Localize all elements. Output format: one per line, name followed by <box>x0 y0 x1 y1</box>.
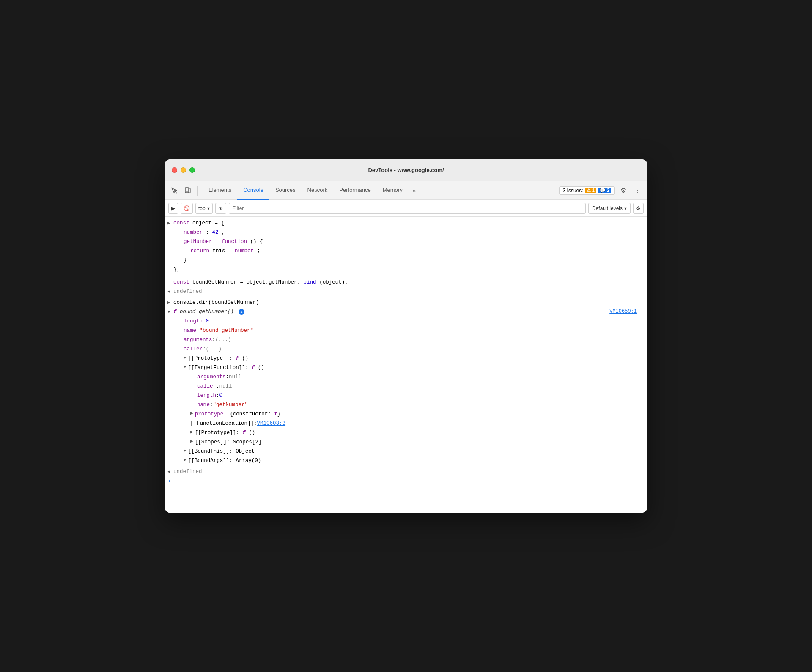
more-tabs-button[interactable]: » <box>409 185 420 197</box>
clear-icon: 🚫 <box>184 205 190 211</box>
expand-arrow[interactable]: ▶ <box>167 220 170 227</box>
toolbar-right: 3 Issues: ⚠ 1 💬 2 ⚙ ⋮ <box>559 185 644 197</box>
tab-memory[interactable]: Memory <box>377 181 409 200</box>
vm-link[interactable]: VM10659:1 <box>609 308 644 316</box>
eye-button[interactable]: 👁 <box>215 203 226 214</box>
console-line: ▶ const object = { <box>165 219 647 228</box>
expand-inner-proto-arrow[interactable]: ▶ <box>190 429 193 436</box>
console-result: ◀ undefined <box>165 287 647 296</box>
console-result-2: ◀ undefined <box>165 467 647 476</box>
result-arrow: ◀ <box>167 288 170 296</box>
obj-header: ▼ f bound getNumber() i VM10659:1 <box>165 307 647 317</box>
console-subtoolbar: ▶ 🚫 top ▾ 👁 Default levels ▾ ⚙ <box>165 200 647 217</box>
main-toolbar: Elements Console Sources Network Perform… <box>165 181 647 200</box>
nav-tabs: Elements Console Sources Network Perform… <box>203 181 420 199</box>
gear-icon: ⚙ <box>620 186 626 194</box>
spacer <box>165 274 647 278</box>
expand-arrow[interactable]: ▶ <box>167 299 170 307</box>
svg-line-0 <box>174 191 177 193</box>
collapse-target-arrow[interactable]: ▼ <box>184 363 187 371</box>
result-arrow-2: ◀ <box>167 468 170 476</box>
log-levels-label: Default levels <box>592 205 623 211</box>
log-levels-arrow: ▾ <box>624 205 627 211</box>
toolbar-divider <box>197 186 198 196</box>
prompt-arrow: › <box>167 478 171 484</box>
prototype-row: ▶ [[Prototype]]: f () <box>165 354 647 363</box>
expand-boundargs-arrow[interactable]: ▶ <box>184 456 187 464</box>
bound-this: ▶ [[BoundThis]]: Object <box>165 447 647 456</box>
console-line: getNumber : function () { <box>165 237 647 246</box>
console-line: const boundGetNunmer = object.getNumber.… <box>165 278 647 287</box>
issues-badge[interactable]: 3 Issues: ⚠ 1 💬 2 <box>559 186 615 195</box>
console-prompt[interactable]: › <box>165 476 647 486</box>
context-label: top <box>198 205 206 211</box>
tab-sources[interactable]: Sources <box>269 181 302 200</box>
log-levels-button[interactable]: Default levels ▾ <box>588 203 631 214</box>
traffic-lights <box>172 167 195 173</box>
bound-args: ▶ [[BoundArgs]]: Array(0) <box>165 456 647 465</box>
eye-icon: 👁 <box>218 205 223 211</box>
more-icon: ⋮ <box>634 186 641 194</box>
console-line: number : 42 , <box>165 228 647 237</box>
prop-caller: caller : (...) <box>165 344 647 354</box>
settings-button[interactable]: ⚙ <box>617 185 629 197</box>
console-input[interactable] <box>173 478 644 484</box>
tf-caller: caller : null <box>165 382 647 391</box>
console-output: ▶ const object = { number : 42 , getNumb… <box>165 217 647 513</box>
devtools-window: DevTools - www.google.com/ <box>165 159 647 513</box>
tab-performance[interactable]: Performance <box>333 181 376 200</box>
console-settings-button[interactable]: ⚙ <box>633 203 644 214</box>
targetfunction-row: ▼ [[TargetFunction]]: f () <box>165 363 647 372</box>
warn-badge: ⚠ 1 <box>585 188 596 193</box>
tab-elements[interactable]: Elements <box>203 181 237 200</box>
context-selector[interactable]: top ▾ <box>195 203 213 214</box>
expand-boundthis-arrow[interactable]: ▶ <box>184 447 187 455</box>
console-line: } <box>165 256 647 265</box>
clear-console-button[interactable]: 🚫 <box>181 203 193 214</box>
issues-label: 3 Issues: <box>563 188 583 194</box>
tf-arguments: arguments : null <box>165 372 647 382</box>
tf-name: name : "getNumber" <box>165 400 647 410</box>
tf-prototype: ▶ prototype : {constructor: f} <box>165 410 647 419</box>
run-icon: ▶ <box>171 205 175 211</box>
info-icon[interactable]: i <box>239 309 244 315</box>
console-line: ▶ console.dir(boundGetNunmer) <box>165 298 647 307</box>
console-line: return this . number ; <box>165 246 647 256</box>
more-options-button[interactable]: ⋮ <box>632 185 644 197</box>
expand-tf-proto-arrow[interactable]: ▶ <box>190 410 193 418</box>
function-location-link[interactable]: VM10603:3 <box>257 419 286 428</box>
minimize-button[interactable] <box>181 167 186 173</box>
tf-scopes: ▶ [[Scopes]]: Scopes[2] <box>165 437 647 447</box>
tab-network[interactable]: Network <box>302 181 334 200</box>
filter-input[interactable] <box>229 203 586 214</box>
svg-rect-2 <box>189 189 191 192</box>
tab-console[interactable]: Console <box>237 181 269 200</box>
expand-proto-arrow[interactable]: ▶ <box>184 354 187 362</box>
console-line: }; <box>165 265 647 274</box>
prop-length: length : 0 <box>165 317 647 326</box>
collapse-arrow[interactable]: ▼ <box>167 309 170 316</box>
expand-scopes-arrow[interactable]: ▶ <box>190 438 193 445</box>
info-badge: 💬 2 <box>598 188 611 193</box>
function-location: [[FunctionLocation]]: VM10603:3 <box>165 419 647 428</box>
info-icon-badge: 💬 <box>600 188 606 193</box>
console-gear-icon: ⚙ <box>636 205 641 211</box>
prop-arguments: arguments : (...) <box>165 335 647 344</box>
device-toolbar-button[interactable] <box>182 185 194 197</box>
tf-length: length : 0 <box>165 391 647 400</box>
dropdown-arrow: ▾ <box>207 205 210 211</box>
window-title: DevTools - www.google.com/ <box>368 167 444 173</box>
close-button[interactable] <box>172 167 177 173</box>
titlebar: DevTools - www.google.com/ <box>165 159 647 181</box>
warn-icon: ⚠ <box>587 188 591 193</box>
devtools-panel: Elements Console Sources Network Perform… <box>165 181 647 513</box>
maximize-button[interactable] <box>189 167 195 173</box>
prop-name-row: name : "bound getNumber" <box>165 326 647 335</box>
run-script-button[interactable]: ▶ <box>168 203 178 214</box>
inspect-element-button[interactable] <box>168 185 180 197</box>
tf-inner-proto: ▶ [[Prototype]]: f () <box>165 428 647 437</box>
